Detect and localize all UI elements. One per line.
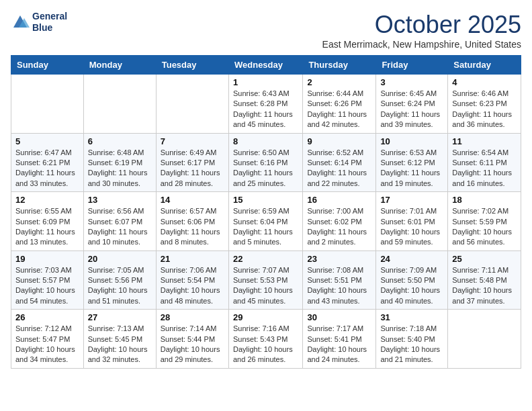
calendar-week-3: 12Sunrise: 6:55 AM Sunset: 6:09 PM Dayli… (11, 192, 521, 251)
calendar-cell: 29Sunrise: 7:16 AM Sunset: 5:43 PM Dayli… (228, 310, 302, 369)
logo-line1: General (32, 11, 67, 21)
day-number: 8 (233, 136, 298, 146)
calendar-cell: 20Sunrise: 7:05 AM Sunset: 5:56 PM Dayli… (83, 250, 156, 310)
calendar-cell: 16Sunrise: 7:00 AM Sunset: 6:02 PM Dayli… (303, 192, 376, 251)
day-number: 9 (307, 136, 371, 146)
day-number: 25 (452, 254, 517, 264)
day-number: 17 (380, 195, 443, 205)
day-info: Sunrise: 6:46 AM Sunset: 6:23 PM Dayligh… (452, 89, 517, 130)
day-number: 19 (15, 254, 79, 264)
day-number: 13 (88, 195, 152, 205)
day-number: 6 (88, 136, 152, 146)
day-info: Sunrise: 6:43 AM Sunset: 6:28 PM Dayligh… (233, 89, 298, 130)
day-number: 1 (233, 77, 298, 87)
calendar-cell (156, 75, 228, 134)
day-number: 5 (15, 136, 79, 146)
logo: General Blue (11, 11, 67, 34)
day-info: Sunrise: 7:18 AM Sunset: 5:40 PM Dayligh… (380, 324, 443, 365)
title-area: October 2025 East Merrimack, New Hampshi… (322, 11, 521, 50)
calendar-cell: 12Sunrise: 6:55 AM Sunset: 6:09 PM Dayli… (11, 192, 84, 251)
calendar-cell: 4Sunrise: 6:46 AM Sunset: 6:23 PM Daylig… (448, 75, 521, 134)
calendar-cell: 17Sunrise: 7:01 AM Sunset: 6:01 PM Dayli… (376, 192, 448, 251)
day-info: Sunrise: 7:05 AM Sunset: 5:56 PM Dayligh… (88, 265, 152, 307)
day-info: Sunrise: 6:56 AM Sunset: 6:07 PM Dayligh… (88, 206, 152, 248)
day-number: 7 (161, 136, 224, 146)
day-info: Sunrise: 7:02 AM Sunset: 5:59 PM Dayligh… (452, 206, 517, 248)
calendar-cell: 10Sunrise: 6:53 AM Sunset: 6:12 PM Dayli… (376, 133, 448, 192)
calendar-cell: 19Sunrise: 7:03 AM Sunset: 5:57 PM Dayli… (11, 250, 84, 310)
day-number: 20 (88, 254, 152, 264)
calendar-cell (448, 310, 521, 369)
calendar-cell: 31Sunrise: 7:18 AM Sunset: 5:40 PM Dayli… (376, 310, 448, 369)
logo-line2: Blue (32, 22, 52, 33)
calendar-cell (11, 75, 84, 134)
day-number: 15 (233, 195, 298, 205)
weekday-header-saturday: Saturday (448, 56, 521, 75)
calendar-cell: 26Sunrise: 7:12 AM Sunset: 5:47 PM Dayli… (11, 310, 84, 369)
day-number: 2 (307, 77, 371, 87)
calendar-cell: 2Sunrise: 6:44 AM Sunset: 6:26 PM Daylig… (303, 75, 376, 134)
day-number: 29 (233, 312, 298, 322)
day-number: 24 (380, 254, 443, 264)
calendar-cell: 6Sunrise: 6:48 AM Sunset: 6:19 PM Daylig… (83, 133, 156, 192)
day-info: Sunrise: 6:49 AM Sunset: 6:17 PM Dayligh… (161, 148, 224, 189)
header: General Blue October 2025 East Merrimack… (11, 11, 521, 50)
day-info: Sunrise: 6:45 AM Sunset: 6:24 PM Dayligh… (380, 89, 443, 130)
day-number: 3 (380, 77, 443, 87)
calendar-cell: 14Sunrise: 6:57 AM Sunset: 6:06 PM Dayli… (156, 192, 228, 251)
day-info: Sunrise: 6:54 AM Sunset: 6:11 PM Dayligh… (452, 148, 517, 189)
location-title: East Merrimack, New Hampshire, United St… (322, 39, 521, 50)
calendar-cell: 24Sunrise: 7:09 AM Sunset: 5:50 PM Dayli… (376, 250, 448, 310)
calendar-cell: 5Sunrise: 6:47 AM Sunset: 6:21 PM Daylig… (11, 133, 84, 192)
calendar-week-4: 19Sunrise: 7:03 AM Sunset: 5:57 PM Dayli… (11, 250, 521, 310)
calendar-cell: 9Sunrise: 6:52 AM Sunset: 6:14 PM Daylig… (303, 133, 376, 192)
calendar-cell: 15Sunrise: 6:59 AM Sunset: 6:04 PM Dayli… (228, 192, 302, 251)
day-number: 4 (452, 77, 517, 87)
day-info: Sunrise: 6:47 AM Sunset: 6:21 PM Dayligh… (15, 148, 79, 189)
day-number: 28 (161, 312, 224, 322)
calendar-cell: 1Sunrise: 6:43 AM Sunset: 6:28 PM Daylig… (228, 75, 302, 134)
calendar-cell: 8Sunrise: 6:50 AM Sunset: 6:16 PM Daylig… (228, 133, 302, 192)
calendar-week-1: 1Sunrise: 6:43 AM Sunset: 6:28 PM Daylig… (11, 75, 521, 134)
calendar-cell: 21Sunrise: 7:06 AM Sunset: 5:54 PM Dayli… (156, 250, 228, 310)
day-number: 26 (15, 312, 79, 322)
calendar-cell: 28Sunrise: 7:14 AM Sunset: 5:44 PM Dayli… (156, 310, 228, 369)
day-number: 10 (380, 136, 443, 146)
calendar-cell: 27Sunrise: 7:13 AM Sunset: 5:45 PM Dayli… (83, 310, 156, 369)
day-info: Sunrise: 7:01 AM Sunset: 6:01 PM Dayligh… (380, 206, 443, 248)
day-info: Sunrise: 7:08 AM Sunset: 5:51 PM Dayligh… (307, 265, 371, 307)
calendar-cell: 18Sunrise: 7:02 AM Sunset: 5:59 PM Dayli… (448, 192, 521, 251)
month-title: October 2025 (322, 11, 521, 39)
calendar-cell: 30Sunrise: 7:17 AM Sunset: 5:41 PM Dayli… (303, 310, 376, 369)
day-number: 23 (307, 254, 371, 264)
day-number: 21 (161, 254, 224, 264)
day-info: Sunrise: 6:53 AM Sunset: 6:12 PM Dayligh… (380, 148, 443, 189)
day-info: Sunrise: 7:16 AM Sunset: 5:43 PM Dayligh… (233, 324, 298, 365)
day-info: Sunrise: 6:59 AM Sunset: 6:04 PM Dayligh… (233, 206, 298, 248)
day-info: Sunrise: 7:06 AM Sunset: 5:54 PM Dayligh… (161, 265, 224, 307)
day-info: Sunrise: 6:55 AM Sunset: 6:09 PM Dayligh… (15, 206, 79, 248)
weekday-header-wednesday: Wednesday (228, 56, 302, 75)
day-info: Sunrise: 6:44 AM Sunset: 6:26 PM Dayligh… (307, 89, 371, 130)
calendar-cell: 13Sunrise: 6:56 AM Sunset: 6:07 PM Dayli… (83, 192, 156, 251)
weekday-header-friday: Friday (376, 56, 448, 75)
day-info: Sunrise: 7:17 AM Sunset: 5:41 PM Dayligh… (307, 324, 371, 365)
weekday-header-tuesday: Tuesday (156, 56, 228, 75)
day-info: Sunrise: 7:14 AM Sunset: 5:44 PM Dayligh… (161, 324, 224, 365)
day-info: Sunrise: 6:48 AM Sunset: 6:19 PM Dayligh… (88, 148, 152, 189)
calendar-week-2: 5Sunrise: 6:47 AM Sunset: 6:21 PM Daylig… (11, 133, 521, 192)
day-info: Sunrise: 7:12 AM Sunset: 5:47 PM Dayligh… (15, 324, 79, 365)
day-number: 31 (380, 312, 443, 322)
day-info: Sunrise: 7:03 AM Sunset: 5:57 PM Dayligh… (15, 265, 79, 307)
day-info: Sunrise: 6:52 AM Sunset: 6:14 PM Dayligh… (307, 148, 371, 189)
day-info: Sunrise: 7:07 AM Sunset: 5:53 PM Dayligh… (233, 265, 298, 307)
day-number: 11 (452, 136, 517, 146)
weekday-header-sunday: Sunday (11, 56, 84, 75)
day-info: Sunrise: 6:50 AM Sunset: 6:16 PM Dayligh… (233, 148, 298, 189)
calendar-cell: 7Sunrise: 6:49 AM Sunset: 6:17 PM Daylig… (156, 133, 228, 192)
calendar-week-5: 26Sunrise: 7:12 AM Sunset: 5:47 PM Dayli… (11, 310, 521, 369)
weekday-header-thursday: Thursday (303, 56, 376, 75)
weekday-header-row: SundayMondayTuesdayWednesdayThursdayFrid… (11, 56, 521, 75)
day-number: 27 (88, 312, 152, 322)
calendar-cell: 22Sunrise: 7:07 AM Sunset: 5:53 PM Dayli… (228, 250, 302, 310)
